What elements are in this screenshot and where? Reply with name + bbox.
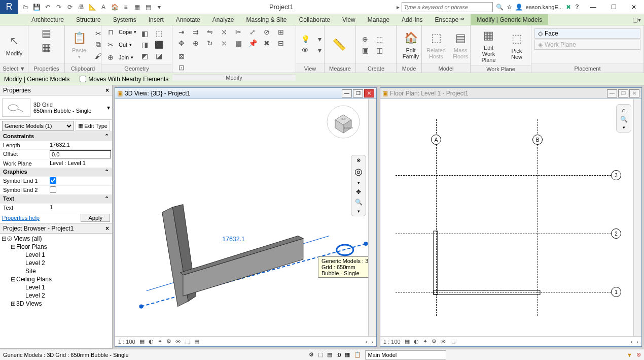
tree-3dviews[interactable]: 3D Views	[16, 300, 42, 307]
vc-icon[interactable]: ▤	[194, 338, 199, 345]
modify-extra3-icon[interactable]: ⊠	[175, 51, 188, 62]
properties-help-link[interactable]: Properties help	[2, 215, 40, 221]
steering-wheel-icon[interactable]: ◎	[354, 166, 363, 177]
type-properties-icon[interactable]: ▤	[34, 26, 59, 40]
create-similar-icon[interactable]: ⊕	[359, 34, 371, 45]
align-icon[interactable]: ⇥	[175, 26, 188, 38]
scrollbar-vertical[interactable]	[368, 99, 376, 336]
nav-dropdown-icon[interactable]: ▾	[357, 180, 360, 185]
view-extra1-icon[interactable]: ▾	[313, 34, 326, 45]
placement-face[interactable]: ◇Face	[534, 28, 640, 39]
view-3d-canvas[interactable]: 17632.1 TOP FRONT	[115, 99, 376, 336]
tab-collaborate[interactable]: Collaborate	[293, 14, 336, 25]
vc-icon[interactable]: ✦	[423, 338, 427, 345]
apply-button[interactable]: Apply	[81, 214, 110, 222]
category-filter[interactable]: Generic Models (1)	[2, 121, 74, 131]
cut-geom-button[interactable]: Cut	[118, 42, 128, 48]
measure-icon[interactable]: 📐	[87, 2, 97, 12]
view-extra2-icon[interactable]: ▾	[313, 45, 326, 56]
scale-label[interactable]: 1 : 100	[118, 339, 135, 345]
vc-icon[interactable]: ◐	[149, 338, 154, 345]
pick-new-button[interactable]: ⬚Pick New	[506, 29, 528, 61]
vc-icon[interactable]: ▦	[139, 338, 145, 345]
view-min-button[interactable]: —	[342, 89, 352, 97]
vc-icon[interactable]: ▦	[405, 338, 410, 345]
home-icon[interactable]: 🏠	[110, 2, 120, 12]
join-icon[interactable]: ⊕	[104, 52, 117, 63]
move-icon[interactable]: ✥	[175, 38, 188, 49]
vc-icon[interactable]: ⬚	[185, 338, 190, 345]
status-select-icon[interactable]: ⊗	[636, 351, 641, 358]
view-cube[interactable]: TOP FRONT	[326, 104, 361, 140]
geometry-tool-3-icon[interactable]: ◩	[138, 50, 151, 61]
tab-manage[interactable]: Manage	[362, 14, 396, 25]
plan-navigation-bar[interactable]: ⌂ 🔍 ▾	[616, 104, 631, 133]
rotate-icon[interactable]: ↻	[204, 38, 216, 49]
dropdown-icon[interactable]: ▾	[154, 2, 164, 12]
vc-icon[interactable]: ✦	[158, 338, 162, 345]
paste-button[interactable]: 📋Paste▾	[68, 29, 90, 60]
vc-icon[interactable]: 👁	[441, 339, 446, 345]
offset-icon[interactable]: ⇉	[190, 26, 202, 38]
zoom-icon[interactable]: 🔍	[355, 199, 363, 206]
close-hidden-icon[interactable]: ▦	[132, 2, 142, 12]
open-icon[interactable]: 🗁	[20, 2, 30, 12]
view-restore-button[interactable]: ❐	[618, 89, 628, 97]
vc-icon[interactable]: ◐	[414, 338, 419, 345]
delete-icon[interactable]: ✖	[261, 38, 273, 49]
scrollbar-vertical[interactable]	[633, 99, 641, 336]
vc-icon[interactable]: ⚙	[166, 338, 171, 345]
exchange-icon[interactable]: ✖	[566, 4, 571, 11]
view-min-button[interactable]: —	[607, 89, 617, 97]
cut-geom-icon[interactable]: ✂	[104, 39, 117, 50]
prop-symbolend1-check[interactable]	[50, 177, 56, 184]
tab-massing[interactable]: Massing & Site	[240, 14, 293, 25]
search-input[interactable]	[402, 2, 493, 12]
join-button[interactable]: Join	[118, 54, 130, 60]
tree-toggle-icon[interactable]: ⊞	[10, 300, 16, 307]
tab-architecture[interactable]: Architecture	[25, 14, 70, 25]
maximize-button[interactable]: ☐	[603, 0, 624, 14]
print-icon[interactable]: 🖶	[76, 2, 86, 12]
vc-arrow-icon[interactable]: ›	[636, 339, 638, 345]
modify-extra1-icon[interactable]: ⊞	[275, 26, 287, 38]
copy-icon[interactable]: ⊕	[190, 38, 202, 49]
edit-type-button[interactable]: ▦Edit Type	[76, 121, 110, 131]
sync-icon[interactable]: ⟳	[65, 2, 75, 12]
ribbon-state-icon[interactable]: ▢▾	[629, 14, 644, 25]
array-icon[interactable]: ▦	[232, 38, 244, 49]
geometry-tool-6-icon[interactable]: ◪	[153, 50, 165, 61]
tree-floorplans[interactable]: Floor Plans	[16, 243, 47, 250]
binoculars-icon[interactable]: 🔍	[496, 4, 504, 11]
view-plan-canvas[interactable]: A B 3 2 1 ⌂ 🔍 ▾	[380, 99, 641, 336]
star-icon[interactable]: ☆	[507, 4, 512, 11]
status-icon[interactable]: ▦	[345, 351, 350, 358]
group-constraints[interactable]: Constraints	[3, 133, 34, 140]
tab-enscape[interactable]: Enscape™	[428, 14, 471, 25]
pan-icon[interactable]: ✥	[356, 188, 361, 195]
modify-extra2-icon[interactable]: ⊟	[275, 38, 287, 49]
view-close-button[interactable]: ✕	[629, 89, 639, 97]
tab-insert[interactable]: Insert	[142, 14, 170, 25]
geometry-tool-1-icon[interactable]: ◧	[138, 28, 151, 39]
tree-ceiling[interactable]: Ceiling Plans	[16, 276, 52, 283]
pin-icon[interactable]: 📌	[246, 38, 259, 49]
view-close-button[interactable]: ✕	[364, 89, 374, 97]
trim-icon[interactable]: ⤬	[218, 38, 230, 49]
prop-offset-input[interactable]	[50, 150, 111, 158]
group-text[interactable]: Text	[3, 195, 14, 202]
search-arrow-icon[interactable]: ▸	[397, 4, 400, 11]
modify-tool[interactable]: ↖Modify	[3, 32, 25, 57]
tab-addins[interactable]: Add-Ins	[396, 14, 428, 25]
minimize-button[interactable]: —	[583, 0, 603, 14]
tab-structure[interactable]: Structure	[70, 14, 107, 25]
scale-label[interactable]: 1 : 100	[383, 339, 401, 345]
prop-symbolend2-check[interactable]	[50, 186, 56, 193]
unpin-icon[interactable]: ⊘	[261, 26, 273, 38]
undo-icon[interactable]: ↶	[43, 2, 53, 12]
project-tree[interactable]: ⊟⦾ Views (all) ⊟Floor Plans Level 1 Leve…	[0, 234, 112, 348]
status-icon[interactable]: ▤	[327, 351, 332, 358]
type-selector[interactable]: 3D Grid650mm Bubble - Single ▾	[0, 95, 112, 120]
create-assembly-icon[interactable]: ⬚	[373, 34, 385, 45]
cope-icon[interactable]: ⊓	[104, 26, 117, 38]
